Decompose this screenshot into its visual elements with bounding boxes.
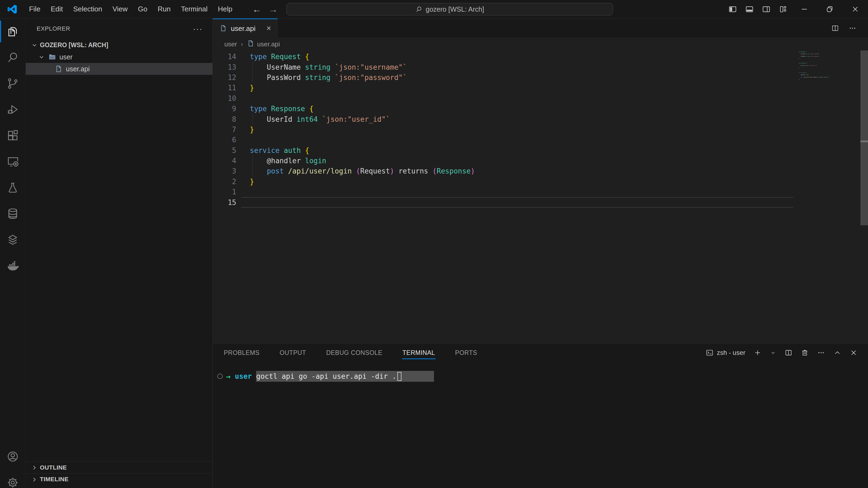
menu-edit[interactable]: Edit [45,2,68,16]
line-number[interactable]: 4 [213,157,237,165]
code-line-5[interactable]: 5service auth { [213,145,795,156]
forward-arrow[interactable]: → [269,4,278,14]
remote-explorer-icon[interactable] [0,149,26,174]
tab-label: user.api [231,24,261,33]
code-line-3[interactable]: 3 post /api/user/login (Request) returns… [213,166,795,176]
timeline-section[interactable]: TIMELINE [26,474,212,488]
line-number[interactable]: 10 [213,94,237,102]
code-line-9[interactable]: 9type Response { [213,104,795,114]
account-icon[interactable] [0,444,26,469]
menu-go[interactable]: Go [133,2,153,16]
toggle-sidebar-icon[interactable] [724,0,741,19]
code-line-14[interactable]: 14type Request { [213,52,795,62]
settings-gear-icon[interactable] [0,469,26,488]
tree-item-user-api[interactable]: user.api [26,63,212,75]
code-editor[interactable]: 14type Request {13 UserName string `json… [213,51,868,344]
terminal-selection: goctl api go -api user.api -dir . [256,371,434,382]
line-number[interactable]: 1 [213,188,237,196]
line-number[interactable]: 11 [213,84,237,92]
panel-tab-problems[interactable]: PROBLEMS [224,344,259,362]
back-arrow[interactable]: ← [252,4,261,14]
outline-section[interactable]: OUTLINE [26,461,212,474]
panel-tab-ports[interactable]: PORTS [455,344,477,362]
menu-run[interactable]: Run [152,2,176,16]
explorer-more-actions-icon[interactable]: ··· [193,27,203,30]
customize-layout-icon[interactable] [775,0,792,19]
extensions-icon[interactable] [0,123,26,149]
panel-more-actions-icon[interactable] [817,349,825,357]
tree-item-user[interactable]: user [26,51,212,63]
menu-file[interactable]: File [24,2,45,16]
line-number[interactable]: 8 [213,115,237,123]
tab-close-icon[interactable] [265,25,272,33]
line-number[interactable]: 13 [213,63,237,71]
run-debug-icon[interactable] [0,97,26,123]
database-icon[interactable] [0,201,26,227]
bottom-panel: PROBLEMSOUTPUTDEBUG CONSOLETERMINALPORTS… [213,344,868,488]
minimize-icon[interactable] [792,0,817,19]
close-window-icon[interactable] [842,0,868,19]
code-line-2[interactable]: 2} [213,176,795,187]
new-terminal-icon[interactable] [753,349,762,357]
close-panel-icon[interactable] [849,349,858,357]
line-number[interactable]: 14 [213,53,237,61]
editor-more-actions-icon[interactable] [848,24,857,32]
code-text: post /api/user/login (Request) returns (… [250,167,475,175]
menu-help[interactable]: Help [213,2,237,16]
code-line-13[interactable]: 13 UserName string `json:"username"` [213,62,795,72]
code-line-15[interactable]: 15 [213,197,795,207]
menu-selection[interactable]: Selection [68,2,107,16]
code-line-6[interactable]: 6 [213,135,795,145]
breadcrumb-folder[interactable]: user [224,40,237,48]
line-number[interactable]: 12 [213,73,237,82]
line-number[interactable]: 7 [213,126,237,134]
code-line-7[interactable]: 7} [213,124,795,135]
command-decoration-icon[interactable] [217,373,223,379]
maximize-panel-icon[interactable] [833,349,841,357]
line-number[interactable]: 6 [213,136,237,144]
line-number[interactable]: 15 [213,198,237,206]
line-number[interactable]: 3 [213,167,237,175]
toggle-secondary-sidebar-icon[interactable] [758,0,775,19]
code-text: type Response { [250,105,314,113]
split-terminal-icon[interactable] [784,349,793,357]
tree-item-label: user [59,53,73,61]
kill-terminal-icon[interactable] [801,349,809,357]
breadcrumb[interactable]: user › user.api [213,38,868,51]
explorer-root-folder[interactable]: GOZERO [WSL: ARCH] [26,39,212,51]
search-icon[interactable] [0,44,26,70]
code-line-12[interactable]: 12 PassWord string `json:"password"` [213,72,795,83]
code-line-10[interactable]: 10 [213,93,795,104]
layers-icon[interactable] [0,227,26,253]
terminal-instance[interactable]: zsh - user [706,349,745,357]
split-editor-icon[interactable] [831,24,839,32]
source-control-icon[interactable] [0,70,26,97]
explorer-icon[interactable] [0,19,26,44]
line-number[interactable]: 2 [213,177,237,186]
restore-icon[interactable] [817,0,842,19]
toggle-panel-icon[interactable] [741,0,758,19]
code-line-1[interactable]: 1 [213,187,795,197]
vscode-logo-icon [6,3,18,15]
scrollbar-thumb[interactable] [860,51,868,225]
panel-tab-output[interactable]: OUTPUT [280,344,306,362]
editor-scrollbar[interactable] [860,51,868,344]
panel-tab-debug-console[interactable]: DEBUG CONSOLE [326,344,382,362]
docker-icon[interactable] [0,253,26,279]
panel-tab-terminal[interactable]: TERMINAL [403,344,435,362]
line-number[interactable]: 5 [213,147,237,155]
tab-user-api[interactable]: user.api [213,19,278,38]
indent-guide [252,156,253,166]
line-number[interactable]: 9 [213,105,237,113]
terminal-viewport[interactable]: → user goctl api go -api user.api -dir . [213,362,868,382]
code-line-11[interactable]: 11} [213,83,795,93]
menu-terminal[interactable]: Terminal [176,2,213,16]
minimap[interactable]: type Request { UserName string `json:"us… [796,51,860,344]
testing-icon[interactable] [0,174,26,201]
command-center-search[interactable]: gozero [WSL: Arch] [286,3,613,15]
launch-profile-chevron-icon[interactable] [770,350,776,356]
breadcrumb-file[interactable]: user.api [257,40,280,48]
menu-view[interactable]: View [107,2,133,16]
code-line-4[interactable]: 4 @handler login [213,156,795,166]
code-line-8[interactable]: 8 UserId int64 `json:"user_id"` [213,114,795,124]
